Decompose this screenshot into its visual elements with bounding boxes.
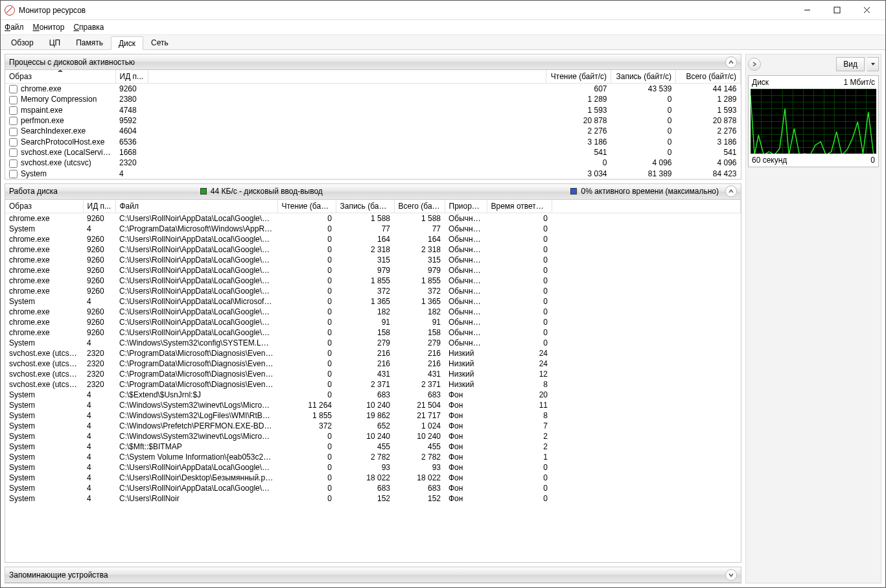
col-pid[interactable]: ИД п... <box>83 200 115 213</box>
table-row[interactable]: chrome.exe9260C:\Users\RollNoir\AppData\… <box>5 255 741 265</box>
storage-panel: Запоминающие устройства <box>5 567 741 583</box>
table-row[interactable]: svchost.exe (utcsvc)2320C:\ProgramData\M… <box>5 379 741 390</box>
disk-io-metric: 44 КБ/с - дисковый ввод-вывод <box>211 187 323 196</box>
titlebar: Монитор ресурсов <box>1 1 885 20</box>
panel1-title: Процессы с дисковой активностью <box>9 58 135 67</box>
view-dropdown-button[interactable] <box>867 57 879 71</box>
chart-title: Диск <box>752 78 769 87</box>
table-row[interactable]: chrome.exe926060743 53944 146 <box>5 84 741 95</box>
table-row[interactable]: System4C:\Users\RollNoir\AppData\Local\G… <box>5 483 741 493</box>
table-row[interactable]: System4C:\Windows\System32\LogFiles\WMI\… <box>5 410 741 421</box>
table-row[interactable]: System4C:\$Mft::$BITMAP0455455Фон2 <box>5 441 741 452</box>
col-total[interactable]: Всего (байт/с) <box>676 70 741 84</box>
table-row[interactable]: Memory Compression23801 28901 289 <box>5 94 741 104</box>
tab-Сеть[interactable]: Сеть <box>143 36 176 49</box>
col-image[interactable]: Образ <box>5 200 83 213</box>
row-checkbox[interactable] <box>9 159 17 168</box>
tab-Обзор[interactable]: Обзор <box>3 36 41 49</box>
table-row[interactable]: mspaint.exe47481 59301 593 <box>5 105 741 115</box>
col-write[interactable]: Запись (байт/с) <box>336 200 394 213</box>
panel2-title: Работа диска <box>9 187 58 196</box>
window-title: Монитор ресурсов <box>19 6 792 15</box>
row-checkbox[interactable] <box>9 96 17 104</box>
table-row[interactable]: svchost.exe (utcsvc)2320C:\ProgramData\M… <box>5 369 741 379</box>
col-response[interactable]: Время ответа (... <box>487 200 552 213</box>
table-row[interactable]: chrome.exe9260C:\Users\RollNoir\AppData\… <box>5 234 741 244</box>
minimize-button[interactable] <box>792 1 822 19</box>
active-time-metric: 0% активного времени (максимально) <box>581 187 719 196</box>
col-file[interactable]: Файл <box>115 200 277 213</box>
row-checkbox[interactable] <box>9 138 17 147</box>
table-row[interactable]: svchost.exe (utcsvc)2320C:\ProgramData\M… <box>5 348 741 359</box>
panel3-title: Запоминающие устройства <box>9 570 108 580</box>
expand-icon[interactable] <box>725 569 737 581</box>
blue-square-icon <box>570 188 577 194</box>
app-icon <box>5 5 15 16</box>
tab-Память[interactable]: Память <box>68 36 111 49</box>
tab-Диск[interactable]: Диск <box>111 36 143 50</box>
close-button[interactable] <box>852 1 881 19</box>
tabbar: ОбзорЦППамятьДискСеть <box>1 34 885 50</box>
col-priority[interactable]: Приори... <box>445 200 487 213</box>
table-row[interactable]: chrome.exe9260C:\Users\RollNoir\AppData\… <box>5 327 741 338</box>
table-row[interactable]: chrome.exe9260C:\Users\RollNoir\AppData\… <box>5 213 741 224</box>
table-row[interactable]: System4C:\Users\RollNoir\Desktop\Безымян… <box>5 473 741 483</box>
chart-footer-left: 60 секунд <box>752 156 787 165</box>
maximize-button[interactable] <box>822 1 852 19</box>
view-button[interactable]: Вид <box>836 57 865 71</box>
table-row[interactable]: System4C:\Windows\Prefetch\PERFMON.EXE-B… <box>5 421 741 431</box>
menu-monitor[interactable]: Монитор <box>33 23 65 32</box>
menu-file[interactable]: Файл <box>5 23 24 32</box>
table-row[interactable]: System4C:\Users\RollNoir\AppData\Local\G… <box>5 462 741 473</box>
table-row[interactable]: System4C:\Windows\System32\winevt\Logs\M… <box>5 431 741 441</box>
table-row[interactable]: perfmon.exe959220 878020 878 <box>5 115 741 126</box>
menu-help[interactable]: Справка <box>73 23 104 32</box>
processes-panel: Процессы с дисковой активностью Образ ИД… <box>5 54 741 180</box>
table-row[interactable]: System4C:\$Extend\$UsnJrnl:$J0683683Фон2… <box>5 390 741 400</box>
table-row[interactable]: System43 03481 38984 423 <box>5 169 741 179</box>
table-row[interactable]: SearchProtocolHost.exe65363 18603 186 <box>5 137 741 147</box>
sidebar-expand-button[interactable] <box>748 58 761 71</box>
table-row[interactable]: System4C:\Windows\System32\winevt\Logs\M… <box>5 400 741 410</box>
table-row[interactable]: System4C:\Windows\System32\config\SYSTEM… <box>5 338 741 348</box>
table-row[interactable]: SearchIndexer.exe46042 27602 276 <box>5 126 741 136</box>
collapse-icon[interactable] <box>725 185 737 197</box>
col-read[interactable]: Чтение (байт/с) <box>546 70 611 84</box>
table-row[interactable]: System4C:\Users\RollNoir\AppData\Local\M… <box>5 296 741 307</box>
row-checkbox[interactable] <box>9 85 17 93</box>
table-row[interactable]: System4C:\Users\RollNoir0152152Фон0 <box>5 493 741 504</box>
row-checkbox[interactable] <box>9 148 17 157</box>
table-row[interactable]: svchost.exe (utcsvc)232004 0964 096 <box>5 158 741 168</box>
col-total[interactable]: Всего (бай... <box>394 200 445 213</box>
table-row[interactable]: chrome.exe9260C:\Users\RollNoir\AppData\… <box>5 286 741 296</box>
menubar: Файл Монитор Справка <box>1 20 885 34</box>
processes-table[interactable]: Образ ИД п... Чтение (байт/с) Запись (ба… <box>5 70 741 179</box>
table-row[interactable]: System4C:\ProgramData\Microsoft\Windows\… <box>5 224 741 234</box>
disk-activity-panel: Работа диска 44 КБ/с - дисковый ввод-выв… <box>5 183 741 563</box>
table-row[interactable]: chrome.exe9260C:\Users\RollNoir\AppData\… <box>5 276 741 286</box>
green-square-icon <box>200 188 207 194</box>
chart-unit: 1 Мбит/с <box>844 78 875 87</box>
disk-activity-table[interactable]: Образ ИД п... Файл Чтение (байт/с) Запис… <box>5 200 741 504</box>
col-read[interactable]: Чтение (байт/с) <box>277 200 336 213</box>
chart-footer-right: 0 <box>870 156 875 165</box>
row-checkbox[interactable] <box>9 170 17 178</box>
table-row[interactable]: chrome.exe9260C:\Users\RollNoir\AppData\… <box>5 244 741 255</box>
table-row[interactable]: svchost.exe (utcsvc)2320C:\ProgramData\M… <box>5 359 741 369</box>
row-checkbox[interactable] <box>9 106 17 115</box>
table-row[interactable]: System4C:\System Volume Information\{eab… <box>5 452 741 462</box>
disk-chart: Диск 1 Мбит/с 60 секунд 0 <box>748 75 879 167</box>
row-checkbox[interactable] <box>9 128 17 136</box>
table-row[interactable]: svchost.exe (LocalServiceNo...1668541054… <box>5 147 741 158</box>
svg-rect-0 <box>834 7 840 13</box>
col-image[interactable]: Образ <box>5 70 115 84</box>
table-row[interactable]: chrome.exe9260C:\Users\RollNoir\AppData\… <box>5 307 741 317</box>
sidebar: Вид Диск 1 Мбит/с 60 секунд 0 <box>745 54 881 583</box>
table-row[interactable]: chrome.exe9260C:\Users\RollNoir\AppData\… <box>5 265 741 276</box>
col-write[interactable]: Запись (байт/с) <box>611 70 676 84</box>
tab-ЦП[interactable]: ЦП <box>41 36 69 49</box>
collapse-icon[interactable] <box>725 56 737 68</box>
row-checkbox[interactable] <box>9 117 17 125</box>
table-row[interactable]: chrome.exe9260C:\Users\RollNoir\AppData\… <box>5 317 741 327</box>
col-pid[interactable]: ИД п... <box>115 70 148 84</box>
